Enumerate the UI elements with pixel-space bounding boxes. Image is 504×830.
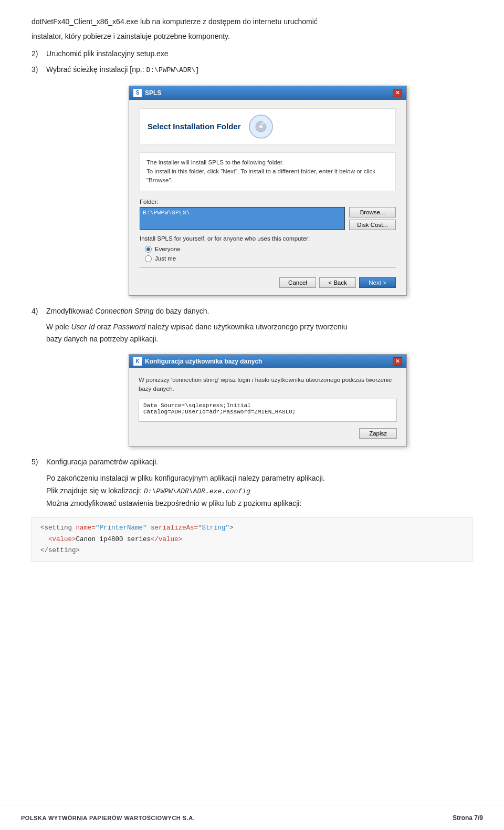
step5-item: 5) Konfiguracja parametrów aplikacji. (32, 456, 472, 468)
titlebar-left: S SPLS (133, 89, 161, 97)
spls-dialog: S SPLS ✕ Select Installation Folder (129, 86, 407, 296)
next-button[interactable]: Next > (359, 277, 396, 288)
radio-group: Everyone Just me (145, 246, 396, 262)
config-bottom-buttons: Zapisz (139, 428, 397, 439)
step3-path: D:\PWPW\ADR\] (146, 66, 200, 74)
footer-page: Strona 7/9 (453, 814, 483, 822)
folder-input-row: B:\PWPW\SPLS\ Browse... Disk Cost... (140, 207, 396, 230)
connection-string-label: Connection String (95, 307, 153, 315)
code-name-attr: name= (76, 524, 96, 532)
code-value-open: <value> (48, 536, 76, 543)
config-close-button[interactable]: ✕ (393, 357, 402, 366)
spls-titlebar: S SPLS ✕ (129, 86, 406, 100)
code-line1: <setting name="PrinterName" serializeAs=… (40, 523, 464, 534)
step5-desc1: Po zakończeniu instalacji w pliku konfig… (46, 472, 472, 485)
install-for-label: Install SPLS for yourself, or for anyone… (140, 235, 396, 242)
intro-line1: dotNetFx40_Client_x86_x64.exe lub na kom… (32, 16, 472, 27)
browse-button[interactable]: Browse... (349, 207, 396, 217)
spls-dialog-wrapper: S SPLS ✕ Select Installation Folder (63, 86, 472, 296)
disk-cost-button[interactable]: Disk Cost... (349, 220, 396, 230)
save-button[interactable]: Zapisz (359, 428, 397, 439)
code-serialize-attr: serializeAs= (147, 524, 198, 532)
spls-dialog-body: Select Installation Folder The installer… (129, 100, 406, 295)
footer-company: POLSKA WYTWÓRNIA PAPIERÓW WARTOŚCIOWYCH … (21, 815, 195, 821)
step5-desc3: Można zmodyfikować ustawienia bezpośredn… (46, 497, 472, 510)
config-dialog: K Konfiguracja użytkownika bazy danych ✕… (129, 354, 407, 447)
page-footer: POLSKA WYTWÓRNIA PAPIERÓW WARTOŚCIOWYCH … (0, 805, 504, 830)
code-serialize-val: "String" (198, 524, 229, 532)
code-block: <setting name="PrinterName" serializeAs=… (32, 517, 472, 562)
svg-point-2 (259, 124, 263, 129)
code-value-content: Canon ip4800 series (76, 536, 151, 543)
spls-title: SPLS (145, 89, 161, 97)
desc-line2: To install in this folder, click "Next".… (146, 167, 389, 185)
connection-string-field[interactable]: Data Source=\sqlexpress;Initial Catalog=… (139, 399, 397, 422)
dialog-description: The installer will install SPLS to the f… (140, 152, 396, 191)
step2-num: 2) (32, 48, 42, 59)
cancel-button[interactable]: Cancel (279, 277, 316, 288)
radio-justme-label: Just me (155, 255, 176, 262)
back-button[interactable]: < Back (319, 277, 356, 288)
radio-everyone-label: Everyone (155, 246, 181, 252)
step2-text: Uruchomić plik instalacyjny setup.exe (46, 48, 169, 59)
config-description: W poniższy 'connection string' wpisz log… (139, 376, 397, 394)
radio-everyone[interactable] (145, 246, 152, 253)
config-titlebar-left: K Konfiguracja użytkownika bazy danych (133, 357, 262, 366)
step4-text: Zmodyfikować Connection String do bazy d… (46, 305, 209, 317)
radio-everyone-row: Everyone (145, 246, 396, 253)
folder-label: Folder: (140, 199, 396, 205)
user-id-label: User Id (71, 323, 94, 331)
config-dialog-wrapper: K Konfiguracja użytkownika bazy danych ✕… (63, 354, 472, 447)
code-line3: </setting> (40, 545, 464, 556)
step4-description: W pole User Id oraz Password należy wpis… (46, 321, 472, 345)
code-setting-open: <setting (40, 524, 76, 532)
step3-item: 3) Wybrać ścieżkę instalacji [np.: D:\PW… (32, 64, 472, 76)
dialog-close-button[interactable]: ✕ (393, 89, 402, 97)
step5-desc2: Plik znajduje się w lokalizacji: D:\PWPW… (46, 485, 472, 497)
dialog-divider (140, 267, 396, 268)
step2-item: 2) Uruchomić plik instalacyjny setup.exe (32, 48, 472, 59)
config-dialog-body: W poniższy 'connection string' wpisz log… (129, 368, 406, 447)
line1-text: dotNetFx40_Client_x86_x64.exe lub na kom… (32, 17, 318, 26)
step5-description: Po zakończeniu instalacji w pliku konfig… (46, 472, 472, 510)
radio-justme[interactable] (145, 255, 152, 262)
line2-text: instalator, który pobierze i zainstaluje… (32, 32, 230, 40)
config-title: Konfiguracja użytkownika bazy danych (145, 358, 262, 365)
code-setting-end: </setting> (40, 547, 80, 554)
dialog-header-text-block: Select Installation Folder (148, 122, 241, 131)
step3-num: 3) (32, 64, 42, 76)
config-titlebar: K Konfiguracja użytkownika bazy danych ✕ (129, 355, 406, 368)
code-name-val: "PrinterName" (96, 524, 147, 532)
page-content: dotNetFx40_Client_x86_x64.exe lub na kom… (0, 0, 504, 604)
step5-text: Konfiguracja parametrów aplikacji. (46, 456, 158, 468)
dialog-header-section: Select Installation Folder (140, 108, 396, 145)
folder-value: B:\PWPW\SPLS\ (143, 209, 190, 216)
step3-text: Wybrać ścieżkę instalacji [np.: D:\PWPW\… (46, 64, 200, 76)
step5-num: 5) (32, 456, 42, 468)
radio-justme-row: Just me (145, 255, 396, 262)
cd-icon (248, 114, 274, 139)
step5-path: D:\PWPW\ADR\ADR.exe.config (144, 487, 250, 495)
step4-num: 4) (32, 305, 42, 317)
intro-line2: instalator, który pobierze i zainstaluje… (32, 30, 472, 42)
password-label: Password (113, 323, 145, 331)
code-line2: <value>Canon ip4800 series</value> (40, 534, 464, 545)
folder-input[interactable]: B:\PWPW\SPLS\ (140, 207, 345, 230)
config-window-icon: K (133, 357, 142, 366)
desc-line1: The installer will install SPLS to the f… (146, 158, 389, 167)
dialog-main-title: Select Installation Folder (148, 122, 241, 131)
step4-item: 4) Zmodyfikować Connection String do baz… (32, 305, 472, 317)
connection-string-value: Data Source=\sqlexpress;Initial Catalog=… (143, 402, 296, 415)
dialog-bottom-buttons: Cancel < Back Next > (140, 273, 396, 288)
spls-window-icon: S (133, 89, 142, 97)
code-value-close: </value> (151, 536, 182, 543)
code-setting-close-bracket: > (229, 524, 234, 532)
